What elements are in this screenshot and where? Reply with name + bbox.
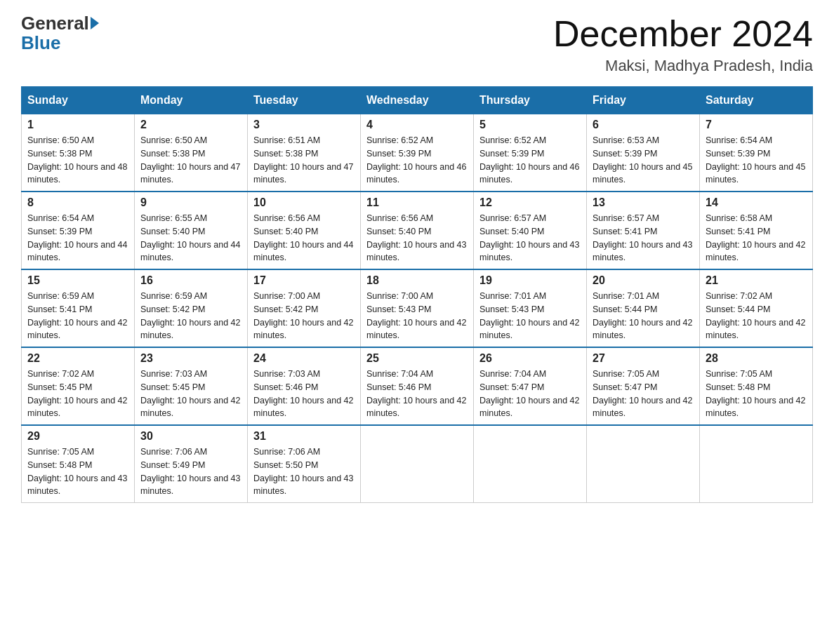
logo-arrow-icon bbox=[91, 17, 99, 29]
day-info: Sunrise: 7:04 AM Sunset: 5:46 PM Dayligh… bbox=[366, 368, 468, 420]
day-of-week-header: Monday bbox=[135, 87, 248, 114]
day-info: Sunrise: 6:50 AM Sunset: 5:38 PM Dayligh… bbox=[140, 134, 241, 187]
day-number: 18 bbox=[366, 274, 468, 287]
calendar-title: December 2024 bbox=[553, 14, 813, 54]
calendar-week-row: 15 Sunrise: 6:59 AM Sunset: 5:41 PM Dayl… bbox=[22, 269, 813, 347]
logo-general-text: General bbox=[21, 14, 89, 32]
day-info: Sunrise: 6:54 AM Sunset: 5:39 PM Dayligh… bbox=[27, 212, 128, 264]
logo: General Blue bbox=[21, 14, 100, 54]
calendar-cell: 17 Sunrise: 7:00 AM Sunset: 5:42 PM Dayl… bbox=[248, 269, 361, 347]
day-info: Sunrise: 6:56 AM Sunset: 5:40 PM Dayligh… bbox=[366, 212, 468, 264]
calendar-cell: 2 Sunrise: 6:50 AM Sunset: 5:38 PM Dayli… bbox=[135, 114, 248, 192]
calendar-cell: 27 Sunrise: 7:05 AM Sunset: 5:47 PM Dayl… bbox=[587, 347, 700, 425]
day-info: Sunrise: 6:59 AM Sunset: 5:41 PM Dayligh… bbox=[27, 290, 128, 342]
calendar-cell: 1 Sunrise: 6:50 AM Sunset: 5:38 PM Dayli… bbox=[22, 114, 135, 192]
day-info: Sunrise: 7:05 AM Sunset: 5:47 PM Dayligh… bbox=[593, 368, 694, 420]
day-info: Sunrise: 6:55 AM Sunset: 5:40 PM Dayligh… bbox=[140, 212, 241, 264]
day-number: 28 bbox=[706, 352, 807, 365]
title-block: December 2024 Maksi, Madhya Pradesh, Ind… bbox=[553, 14, 813, 75]
day-number: 11 bbox=[366, 196, 468, 209]
day-info: Sunrise: 6:52 AM Sunset: 5:39 PM Dayligh… bbox=[366, 134, 468, 187]
day-info: Sunrise: 7:00 AM Sunset: 5:42 PM Dayligh… bbox=[253, 290, 355, 342]
day-number: 30 bbox=[140, 430, 241, 443]
calendar-cell bbox=[700, 425, 813, 503]
day-of-week-header: Saturday bbox=[700, 87, 813, 114]
calendar-header-row: SundayMondayTuesdayWednesdayThursdayFrid… bbox=[22, 87, 813, 114]
day-number: 14 bbox=[706, 196, 807, 209]
day-number: 8 bbox=[27, 196, 128, 209]
day-number: 10 bbox=[253, 196, 355, 209]
day-info: Sunrise: 6:52 AM Sunset: 5:39 PM Dayligh… bbox=[479, 134, 581, 187]
calendar-week-row: 8 Sunrise: 6:54 AM Sunset: 5:39 PM Dayli… bbox=[22, 192, 813, 269]
calendar-week-row: 29 Sunrise: 7:05 AM Sunset: 5:48 PM Dayl… bbox=[22, 425, 813, 503]
day-number: 4 bbox=[366, 119, 468, 131]
day-number: 26 bbox=[479, 352, 581, 365]
calendar-cell: 15 Sunrise: 6:59 AM Sunset: 5:41 PM Dayl… bbox=[22, 269, 135, 347]
calendar-cell: 13 Sunrise: 6:57 AM Sunset: 5:41 PM Dayl… bbox=[587, 192, 700, 269]
day-info: Sunrise: 7:05 AM Sunset: 5:48 PM Dayligh… bbox=[27, 445, 128, 498]
day-number: 15 bbox=[27, 274, 128, 287]
calendar-cell: 25 Sunrise: 7:04 AM Sunset: 5:46 PM Dayl… bbox=[361, 347, 474, 425]
day-info: Sunrise: 6:54 AM Sunset: 5:39 PM Dayligh… bbox=[706, 134, 807, 187]
day-number: 6 bbox=[593, 119, 694, 131]
calendar-week-row: 1 Sunrise: 6:50 AM Sunset: 5:38 PM Dayli… bbox=[22, 114, 813, 192]
calendar-table: SundayMondayTuesdayWednesdayThursdayFrid… bbox=[21, 86, 813, 503]
day-of-week-header: Sunday bbox=[22, 87, 135, 114]
calendar-cell: 5 Sunrise: 6:52 AM Sunset: 5:39 PM Dayli… bbox=[474, 114, 587, 192]
day-number: 19 bbox=[479, 274, 581, 287]
calendar-cell: 14 Sunrise: 6:58 AM Sunset: 5:41 PM Dayl… bbox=[700, 192, 813, 269]
calendar-cell: 26 Sunrise: 7:04 AM Sunset: 5:47 PM Dayl… bbox=[474, 347, 587, 425]
day-info: Sunrise: 6:57 AM Sunset: 5:41 PM Dayligh… bbox=[593, 212, 694, 264]
day-info: Sunrise: 6:58 AM Sunset: 5:41 PM Dayligh… bbox=[706, 212, 807, 264]
calendar-cell bbox=[474, 425, 587, 503]
day-of-week-header: Tuesday bbox=[248, 87, 361, 114]
calendar-cell: 31 Sunrise: 7:06 AM Sunset: 5:50 PM Dayl… bbox=[248, 425, 361, 503]
day-info: Sunrise: 7:05 AM Sunset: 5:48 PM Dayligh… bbox=[706, 368, 807, 420]
day-number: 31 bbox=[253, 430, 355, 443]
day-info: Sunrise: 7:02 AM Sunset: 5:45 PM Dayligh… bbox=[27, 368, 128, 420]
calendar-cell: 11 Sunrise: 6:56 AM Sunset: 5:40 PM Dayl… bbox=[361, 192, 474, 269]
calendar-cell: 9 Sunrise: 6:55 AM Sunset: 5:40 PM Dayli… bbox=[135, 192, 248, 269]
calendar-cell: 21 Sunrise: 7:02 AM Sunset: 5:44 PM Dayl… bbox=[700, 269, 813, 347]
calendar-body: 1 Sunrise: 6:50 AM Sunset: 5:38 PM Dayli… bbox=[22, 114, 813, 503]
calendar-cell: 30 Sunrise: 7:06 AM Sunset: 5:49 PM Dayl… bbox=[135, 425, 248, 503]
day-number: 24 bbox=[253, 352, 355, 365]
day-number: 22 bbox=[27, 352, 128, 365]
calendar-cell bbox=[361, 425, 474, 503]
day-info: Sunrise: 7:01 AM Sunset: 5:44 PM Dayligh… bbox=[593, 290, 694, 342]
calendar-cell: 23 Sunrise: 7:03 AM Sunset: 5:45 PM Dayl… bbox=[135, 347, 248, 425]
day-info: Sunrise: 6:57 AM Sunset: 5:40 PM Dayligh… bbox=[479, 212, 581, 264]
day-info: Sunrise: 7:06 AM Sunset: 5:50 PM Dayligh… bbox=[253, 445, 355, 498]
day-of-week-header: Wednesday bbox=[361, 87, 474, 114]
day-number: 12 bbox=[479, 196, 581, 209]
calendar-cell: 3 Sunrise: 6:51 AM Sunset: 5:38 PM Dayli… bbox=[248, 114, 361, 192]
day-info: Sunrise: 6:53 AM Sunset: 5:39 PM Dayligh… bbox=[593, 134, 694, 187]
calendar-cell: 16 Sunrise: 6:59 AM Sunset: 5:42 PM Dayl… bbox=[135, 269, 248, 347]
day-of-week-header: Thursday bbox=[474, 87, 587, 114]
day-number: 17 bbox=[253, 274, 355, 287]
day-info: Sunrise: 7:02 AM Sunset: 5:44 PM Dayligh… bbox=[706, 290, 807, 342]
calendar-cell: 22 Sunrise: 7:02 AM Sunset: 5:45 PM Dayl… bbox=[22, 347, 135, 425]
day-info: Sunrise: 7:03 AM Sunset: 5:46 PM Dayligh… bbox=[253, 368, 355, 420]
calendar-cell: 7 Sunrise: 6:54 AM Sunset: 5:39 PM Dayli… bbox=[700, 114, 813, 192]
calendar-cell bbox=[587, 425, 700, 503]
day-number: 5 bbox=[479, 119, 581, 131]
day-number: 2 bbox=[140, 119, 241, 131]
day-info: Sunrise: 7:03 AM Sunset: 5:45 PM Dayligh… bbox=[140, 368, 241, 420]
day-number: 27 bbox=[593, 352, 694, 365]
day-info: Sunrise: 7:00 AM Sunset: 5:43 PM Dayligh… bbox=[366, 290, 468, 342]
day-info: Sunrise: 7:01 AM Sunset: 5:43 PM Dayligh… bbox=[479, 290, 581, 342]
day-info: Sunrise: 6:56 AM Sunset: 5:40 PM Dayligh… bbox=[253, 212, 355, 264]
day-number: 23 bbox=[140, 352, 241, 365]
day-info: Sunrise: 6:50 AM Sunset: 5:38 PM Dayligh… bbox=[27, 134, 128, 187]
day-info: Sunrise: 7:06 AM Sunset: 5:49 PM Dayligh… bbox=[140, 445, 241, 498]
day-number: 1 bbox=[27, 119, 128, 131]
calendar-cell: 12 Sunrise: 6:57 AM Sunset: 5:40 PM Dayl… bbox=[474, 192, 587, 269]
calendar-week-row: 22 Sunrise: 7:02 AM Sunset: 5:45 PM Dayl… bbox=[22, 347, 813, 425]
page-header: General Blue December 2024 Maksi, Madhya… bbox=[21, 14, 813, 75]
day-number: 13 bbox=[593, 196, 694, 209]
day-number: 7 bbox=[706, 119, 807, 131]
day-info: Sunrise: 7:04 AM Sunset: 5:47 PM Dayligh… bbox=[479, 368, 581, 420]
day-of-week-header: Friday bbox=[587, 87, 700, 114]
day-number: 20 bbox=[593, 274, 694, 287]
